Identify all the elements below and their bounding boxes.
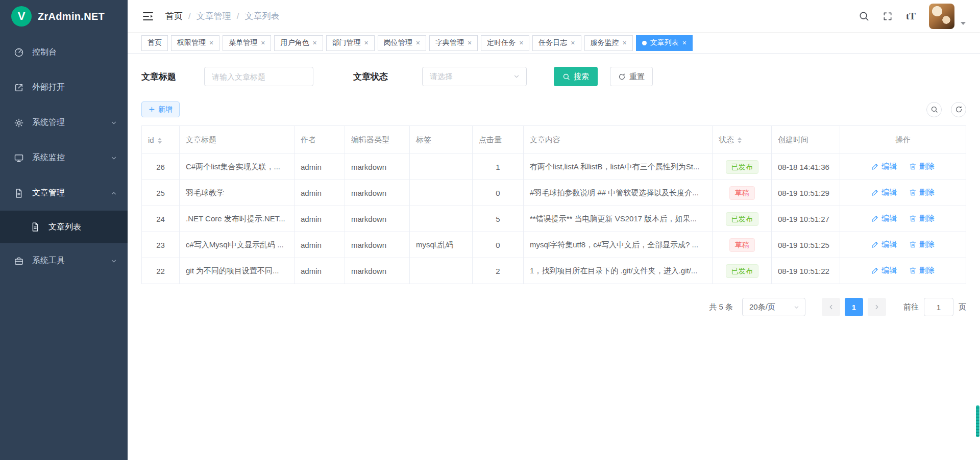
sort-icon	[158, 138, 162, 144]
tab-post-management[interactable]: 岗位管理×	[378, 35, 426, 51]
breadcrumb-item-home[interactable]: 首页	[165, 10, 183, 22]
logo-icon: V	[11, 6, 32, 27]
reset-button-label: 重置	[629, 72, 645, 82]
breadcrumb-separator: /	[188, 11, 191, 21]
cell-title: git 为不同的项目设置不同...	[180, 258, 295, 284]
edit-button[interactable]: 编辑	[871, 188, 897, 197]
scrollbar-thumb[interactable]	[976, 405, 979, 437]
page-size-select[interactable]: 20条/页	[742, 298, 805, 316]
add-button-label: 新增	[158, 105, 173, 114]
tab-task-log[interactable]: 任务日志×	[532, 35, 581, 51]
logo[interactable]: V ZrAdmin.NET	[0, 0, 128, 33]
sidebar-item-system-tools[interactable]: 系统工具	[0, 243, 128, 278]
column-label: id	[148, 136, 154, 144]
close-icon[interactable]: ×	[364, 39, 369, 46]
cell-id: 22	[142, 258, 180, 284]
delete-button[interactable]: 删除	[909, 214, 935, 223]
tab-scheduled-task[interactable]: 定时任务×	[481, 35, 529, 51]
goto-page: 前往 页	[903, 298, 966, 316]
close-icon[interactable]: ×	[519, 39, 523, 46]
close-icon[interactable]: ×	[312, 39, 316, 46]
edit-label: 编辑	[881, 240, 897, 249]
cell-id: 26	[142, 154, 180, 180]
tab-label: 权限管理	[177, 38, 206, 47]
close-icon[interactable]: ×	[682, 39, 687, 46]
sidebar-item-label: 控制台	[32, 47, 57, 58]
fullscreen-icon[interactable]	[883, 11, 893, 21]
caret-down-icon[interactable]	[961, 22, 966, 25]
toggle-search-icon[interactable]	[926, 102, 942, 117]
breadcrumb-item-article-management[interactable]: 文章管理	[197, 10, 231, 22]
sidebar-item-article-list[interactable]: 文章列表	[0, 211, 128, 243]
tab-home[interactable]: 首页	[141, 35, 168, 51]
column-header-id[interactable]: id	[142, 126, 180, 154]
page-number-button[interactable]: 1	[845, 298, 863, 316]
app-title: ZrAdmin.NET	[38, 11, 105, 22]
menu-fold-icon[interactable]	[142, 10, 154, 22]
tab-department-management[interactable]: 部门管理×	[326, 35, 375, 51]
edit-button[interactable]: 编辑	[871, 162, 897, 171]
search-button[interactable]: 搜索	[554, 67, 598, 86]
edit-label: 编辑	[881, 162, 897, 171]
delete-button[interactable]: 删除	[909, 188, 935, 197]
tab-service-monitor[interactable]: 服务监控×	[584, 35, 633, 51]
sidebar-item-system-monitor[interactable]: 系统监控	[0, 140, 128, 175]
cell-content: **错误提示** 当电脑更新 VS2017 版本后，如果...	[524, 206, 713, 232]
delete-button[interactable]: 删除	[909, 266, 935, 275]
cell-editor: markdown	[345, 154, 410, 180]
cell-editor: markdown	[345, 258, 410, 284]
edit-button[interactable]: 编辑	[871, 266, 897, 275]
reset-button[interactable]: 重置	[610, 67, 653, 86]
table-toolbar: 新增	[141, 101, 966, 117]
edit-button[interactable]: 编辑	[871, 240, 897, 249]
prev-page-button[interactable]	[822, 298, 840, 316]
delete-button[interactable]: 删除	[909, 162, 935, 171]
tab-user-role[interactable]: 用户角色×	[274, 35, 323, 51]
refresh-table-icon[interactable]	[951, 102, 966, 117]
sidebar-item-system-management[interactable]: 系统管理	[0, 105, 128, 140]
cell-id: 23	[142, 232, 180, 258]
goto-page-input[interactable]	[924, 298, 953, 316]
cell-status: 草稿	[713, 180, 772, 206]
article-status-select[interactable]: 请选择	[422, 67, 527, 86]
close-icon[interactable]: ×	[623, 39, 627, 46]
tab-label: 用户角色	[280, 38, 309, 47]
close-icon[interactable]: ×	[416, 39, 420, 46]
delete-label: 删除	[919, 162, 935, 171]
next-page-button[interactable]	[868, 298, 886, 316]
search-icon[interactable]	[859, 11, 869, 21]
cell-status: 已发布	[713, 258, 772, 284]
close-icon[interactable]: ×	[468, 39, 472, 46]
sidebar-item-console[interactable]: 控制台	[0, 35, 128, 70]
page-size-value: 20条/页	[749, 302, 775, 312]
sidebar-item-article-management[interactable]: 文章管理	[0, 175, 128, 211]
user-avatar[interactable]	[929, 4, 954, 29]
close-icon[interactable]: ×	[209, 39, 213, 46]
chevron-down-icon	[110, 258, 117, 265]
column-label: 标签	[416, 135, 431, 144]
tab-article-list[interactable]: 文章列表×	[636, 35, 693, 51]
cell-clicks: 0	[473, 180, 524, 206]
cell-tag	[410, 154, 473, 180]
cell-status: 已发布	[713, 154, 772, 180]
main-area: 首页 / 文章管理 / 文章列表 tT 首页 权限管理× 菜单管理×	[128, 0, 980, 460]
document-icon	[13, 188, 24, 199]
tab-dict-management[interactable]: 字典管理×	[429, 35, 478, 51]
column-header-status[interactable]: 状态	[713, 126, 772, 154]
tab-permission-management[interactable]: 权限管理×	[171, 35, 219, 51]
font-size-icon[interactable]: tT	[906, 11, 916, 22]
tab-label: 部门管理	[332, 38, 361, 47]
cell-created: 08-18 14:41:36	[772, 154, 840, 180]
close-icon[interactable]: ×	[261, 39, 265, 46]
add-button[interactable]: 新增	[141, 101, 180, 117]
gear-icon	[13, 117, 24, 129]
article-title-input[interactable]	[204, 67, 313, 86]
tab-menu-management[interactable]: 菜单管理×	[223, 35, 271, 51]
sidebar-item-external-open[interactable]: 外部打开	[0, 70, 128, 105]
edit-button[interactable]: 编辑	[871, 214, 897, 223]
cell-editor: markdown	[345, 206, 410, 232]
delete-button[interactable]: 删除	[909, 240, 935, 249]
close-icon[interactable]: ×	[571, 39, 575, 46]
sidebar-item-label: 外部打开	[32, 82, 65, 93]
chevron-down-icon	[110, 119, 117, 126]
